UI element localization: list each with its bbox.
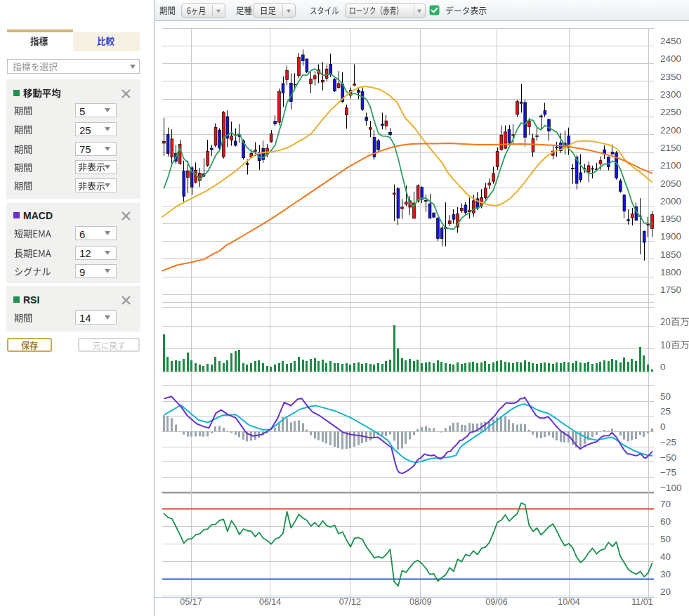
svg-text:2150: 2150 bbox=[660, 143, 681, 153]
svg-text:11/01: 11/01 bbox=[631, 597, 652, 607]
svg-text:1850: 1850 bbox=[660, 249, 681, 260]
svg-text:2400: 2400 bbox=[660, 53, 681, 64]
svg-text:09/06: 09/06 bbox=[485, 597, 507, 607]
svg-text:20: 20 bbox=[660, 586, 671, 597]
svg-text:50: 50 bbox=[660, 534, 671, 544]
svg-text:1900: 1900 bbox=[660, 231, 681, 242]
svg-text:2350: 2350 bbox=[660, 72, 681, 82]
svg-text:50: 50 bbox=[660, 391, 671, 402]
svg-text:1800: 1800 bbox=[660, 267, 681, 277]
svg-text:2100: 2100 bbox=[660, 160, 681, 171]
svg-text:30: 30 bbox=[660, 569, 671, 579]
svg-text:2450: 2450 bbox=[660, 36, 681, 46]
svg-text:−75: −75 bbox=[660, 467, 676, 478]
svg-text:70: 70 bbox=[660, 499, 671, 509]
svg-text:2300: 2300 bbox=[660, 89, 681, 100]
svg-text:60: 60 bbox=[660, 516, 671, 527]
svg-text:07/12: 07/12 bbox=[339, 597, 361, 607]
svg-text:−50: −50 bbox=[660, 452, 676, 463]
svg-text:−100: −100 bbox=[660, 483, 681, 493]
svg-text:−25: −25 bbox=[660, 437, 676, 447]
svg-text:0: 0 bbox=[660, 421, 666, 432]
svg-text:1950: 1950 bbox=[660, 214, 681, 224]
svg-text:1750: 1750 bbox=[660, 284, 681, 295]
svg-text:2050: 2050 bbox=[660, 178, 681, 189]
svg-text:40: 40 bbox=[660, 551, 671, 562]
svg-text:25: 25 bbox=[660, 406, 671, 417]
svg-text:2000: 2000 bbox=[660, 196, 681, 207]
svg-text:0: 0 bbox=[660, 362, 666, 372]
svg-text:08/09: 08/09 bbox=[409, 597, 431, 607]
svg-text:05/17: 05/17 bbox=[180, 597, 202, 607]
svg-text:06/14: 06/14 bbox=[259, 597, 281, 607]
svg-text:2200: 2200 bbox=[660, 125, 681, 136]
svg-text:2250: 2250 bbox=[660, 107, 681, 117]
svg-text:10/04: 10/04 bbox=[558, 597, 579, 607]
